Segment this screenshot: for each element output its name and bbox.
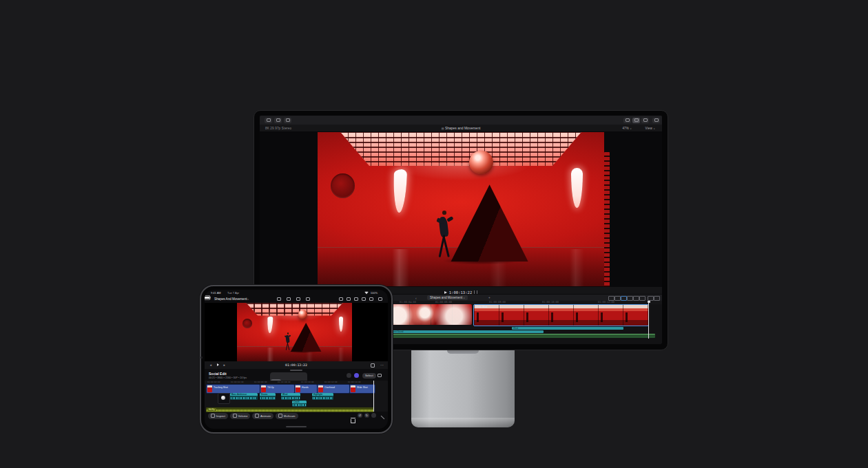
ceiling-light-grid — [246, 303, 342, 316]
clip-tracking-shot[interactable]: Tracking Shot — [206, 384, 260, 394]
playhead[interactable] — [373, 381, 374, 412]
ruler-tick: 01:00:08:00 — [489, 301, 506, 304]
clip-overhead[interactable]: Overhead — [317, 384, 350, 394]
ruler-tick: 01:00:10:00 — [301, 381, 314, 383]
drag-handle[interactable] — [290, 370, 302, 371]
snapping-icon[interactable] — [627, 296, 633, 301]
chrome-sphere — [298, 310, 308, 319]
project-meta: 00:21 • 3840 × 2160 • 30P • 24 fps — [209, 376, 247, 379]
audio-clip-highlight[interactable]: Highlight — [312, 393, 333, 400]
music-label: Hit Fly — [207, 408, 216, 411]
status-bar: 9:41 AM Tue 7 Apr 100% — [205, 290, 388, 295]
wall-porthole — [242, 319, 252, 328]
product-scene: 8K 29.97p Stereo ▤ Shapes and Movement 4… — [0, 0, 868, 468]
tools-icon[interactable] — [639, 296, 645, 301]
audio-clip-drums[interactable]: Drums — [260, 393, 276, 400]
playhead-handle[interactable] — [648, 301, 650, 303]
index-icon[interactable] — [608, 296, 614, 301]
clip-label: Ambient Sound — [388, 330, 544, 333]
search-icon[interactable] — [369, 296, 374, 301]
import-icon[interactable] — [274, 118, 282, 123]
chrome-sphere — [469, 151, 493, 174]
redo-icon[interactable]: ↻ — [364, 413, 369, 418]
status-time: 9:41 AM — [211, 291, 221, 295]
audio-solo-icon[interactable] — [633, 296, 639, 301]
animate-button[interactable]: Animate — [252, 413, 273, 419]
display-icon[interactable] — [346, 296, 351, 301]
view-menu[interactable]: View ∨ — [645, 127, 655, 130]
playhead[interactable] — [648, 301, 649, 339]
clip-hands[interactable]: Hands — [294, 384, 318, 394]
fullscreen-icon[interactable] — [370, 363, 375, 368]
project-title: ▤ Shapes and Movement — [260, 126, 662, 130]
project-title[interactable]: Shapes And Movement — [214, 297, 247, 301]
timeline-tab[interactable]: Shapes and Movement ∨ — [427, 295, 468, 300]
skimming-icon[interactable] — [621, 296, 627, 301]
ceiling-light-grid — [340, 132, 581, 166]
front-camera — [200, 357, 203, 359]
ruler-tick: 01:00:02:00 — [207, 381, 220, 383]
video-scene — [318, 132, 604, 286]
settings-icon[interactable] — [347, 373, 351, 378]
timeline-layout-icon[interactable] — [632, 118, 640, 123]
multicam-button[interactable]: Multicam — [276, 413, 298, 419]
zoom-menu[interactable]: 47% ∨ — [622, 127, 632, 130]
sphere-thumb — [221, 396, 225, 400]
back-history-icon[interactable]: ‹ — [415, 296, 417, 300]
back-icon[interactable]: ‹ — [209, 296, 211, 300]
inspector-icon[interactable] — [641, 118, 649, 123]
connected-clip-wind[interactable]: Wind — [512, 327, 623, 330]
project-header: Social Edit 00:21 • 3840 × 2160 • 30P • … — [205, 372, 388, 381]
ipad-timecode: 01:00:13:22 — [205, 363, 388, 367]
chevron-down-icon: ∨ — [630, 127, 632, 130]
select-button[interactable]: Select — [362, 373, 376, 379]
clip-appearance-icon[interactable] — [648, 296, 654, 301]
music-track[interactable] — [388, 334, 655, 338]
import-icon[interactable] — [276, 296, 282, 301]
browser-layout-icon[interactable] — [623, 118, 631, 123]
ruler-tick: 01:00:06:00 — [435, 301, 452, 304]
audio-clip-crash[interactable]: Crash — [292, 401, 307, 407]
jog-wheel-icon[interactable] — [371, 413, 376, 418]
ruler-tick: 01:00:06:00 — [254, 381, 267, 383]
sidebar-toggle-icon[interactable] — [265, 118, 272, 123]
effects-icon[interactable] — [614, 296, 621, 301]
monitor-stand — [411, 348, 515, 427]
dancer-figure — [437, 211, 453, 257]
trash-icon[interactable] — [351, 419, 355, 424]
clip-tilt-up[interactable]: Tilt Up — [260, 384, 295, 394]
list-view-icon[interactable] — [377, 372, 382, 378]
fcp-ipad-screen: 9:41 AM Tue 7 Apr 100% ‹ Shapes And Move… — [205, 290, 388, 429]
viewer-options-icon[interactable] — [361, 296, 366, 301]
dancer-figure — [285, 332, 291, 350]
camera-icon[interactable] — [305, 296, 311, 301]
timeline-clip-spheres[interactable] — [388, 304, 472, 325]
media-browser-icon[interactable] — [286, 296, 291, 301]
undo-icon[interactable]: ↺ — [358, 413, 362, 418]
layout-icon[interactable] — [353, 296, 359, 301]
zoom-fit-icon[interactable] — [654, 296, 660, 301]
color-adjust-icon[interactable] — [354, 373, 359, 378]
share-icon[interactable] — [652, 118, 660, 123]
clip-filmstrip-column[interactable] — [604, 152, 610, 287]
clip-label: Wind — [512, 327, 623, 330]
mic-icon[interactable] — [296, 296, 301, 301]
connected-clip-ambient[interactable]: Ambient Sound — [388, 330, 544, 333]
connected-clip-thumb[interactable] — [218, 393, 230, 404]
export-icon[interactable] — [378, 296, 383, 301]
timeline-clip-wide-shot[interactable]: Wide Shot — [473, 304, 649, 326]
tool-pills: Inspect Volume Animate Multicam — [208, 413, 300, 419]
inspect-button[interactable]: Inspect — [208, 413, 228, 419]
volume-button[interactable]: Volume — [230, 413, 250, 419]
viewer-toolbar — [260, 116, 662, 125]
home-indicator[interactable] — [286, 426, 307, 427]
ruler-tick: 01:00:04:00 — [231, 381, 244, 383]
audio-clip-wind[interactable]: Wind — [281, 393, 300, 400]
more-icon[interactable]: ··· — [380, 363, 384, 367]
audio-clip-bass-ambience[interactable]: Bass Ambience — [230, 393, 258, 400]
project-name: Social Edit — [209, 372, 227, 376]
clip-wide-shot[interactable]: Wide Shot — [349, 384, 375, 394]
keyword-editor-icon[interactable] — [284, 118, 291, 123]
add-project-icon[interactable]: + — [488, 296, 490, 299]
render-icon[interactable] — [338, 296, 344, 301]
